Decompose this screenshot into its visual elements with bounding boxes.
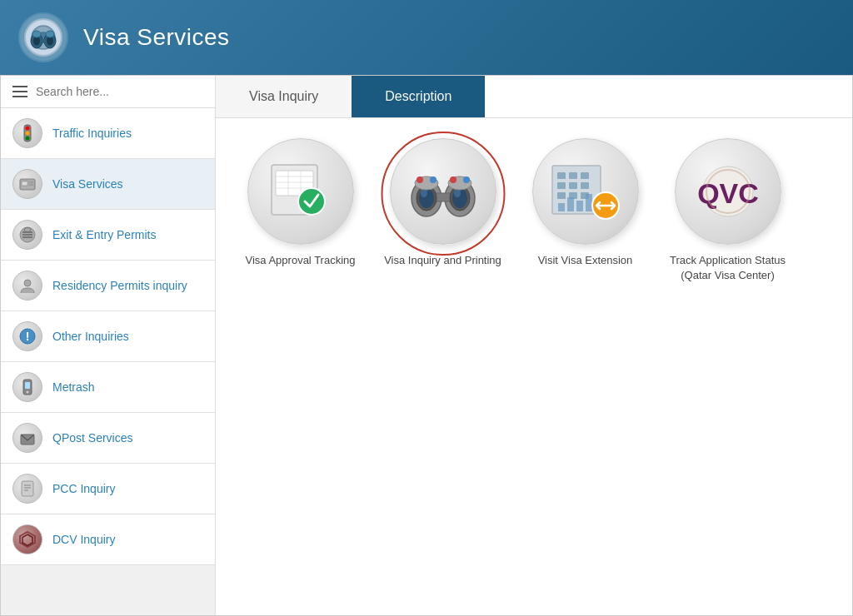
visa-inquiry-printing-icon	[390, 138, 496, 245]
svg-rect-66	[557, 182, 566, 189]
tab-description[interactable]: Description	[352, 76, 485, 117]
service-card-visit-visa-extension[interactable]: Visit Visa Extension	[521, 138, 650, 283]
svg-rect-74	[576, 201, 583, 211]
sidebar-item-dcv-inquiry[interactable]: DCV Inquiry	[1, 514, 215, 565]
traffic-inquiries-icon	[12, 118, 42, 148]
svg-point-59	[430, 176, 436, 183]
visa-services-icon	[12, 169, 42, 199]
svg-rect-63	[557, 172, 566, 179]
track-application-status-icon: QVC	[675, 138, 781, 245]
sidebar-item-label: Exit & Entry Permits	[52, 228, 156, 241]
residency-permits-icon	[12, 271, 42, 301]
svg-point-50	[417, 186, 436, 211]
svg-point-11	[46, 31, 54, 37]
svg-rect-73	[567, 197, 574, 211]
app-header: Visa Services	[0, 0, 853, 75]
svg-point-55	[454, 189, 461, 197]
sidebar-item-label: PCC Inquiry	[52, 482, 115, 495]
sidebar-item-qpost-services[interactable]: QPost Services	[1, 413, 215, 464]
svg-point-56	[415, 176, 438, 190]
svg-point-57	[448, 176, 471, 190]
svg-marker-38	[22, 534, 32, 546]
svg-rect-17	[22, 181, 27, 186]
sidebar-item-label: Metrash	[52, 380, 95, 394]
sidebar-item-metrash[interactable]: Metrash	[1, 362, 215, 413]
svg-point-46	[298, 188, 325, 215]
svg-rect-68	[581, 182, 589, 189]
svg-point-47	[412, 180, 441, 216]
sidebar-item-exit-entry-permits[interactable]: Exit & Entry Permits	[1, 210, 215, 261]
svg-point-30	[27, 391, 29, 394]
search-bar[interactable]	[1, 76, 215, 108]
metrash-icon	[12, 372, 42, 402]
svg-point-14	[26, 132, 30, 136]
sidebar-item-other-inquiries[interactable]: ! Other Inquiries	[1, 311, 215, 362]
sidebar-item-label: Traffic Inquiries	[52, 127, 132, 140]
sidebar-item-visa-services[interactable]: Visa Services	[1, 159, 215, 210]
tab-bar: Visa Inquiry Description	[216, 76, 852, 118]
sidebar-item-traffic-inquiries[interactable]: Traffic Inquiries	[1, 108, 215, 159]
visit-visa-extension-icon	[532, 138, 639, 245]
service-card-track-application-status[interactable]: QVC Track Application Status (Qatar Visa…	[663, 138, 792, 283]
service-card-visa-approval-tracking[interactable]: Visa Approval Tracking	[236, 138, 365, 283]
service-card-visa-inquiry-printing[interactable]: Visa Inquiry and Printing	[378, 138, 507, 283]
svg-rect-31	[25, 382, 30, 389]
dcv-inquiry-icon	[12, 524, 42, 554]
exit-entry-permits-icon	[12, 220, 42, 250]
svg-point-10	[32, 31, 41, 37]
svg-rect-9	[41, 39, 46, 42]
svg-point-58	[417, 176, 423, 183]
app-title: Visa Services	[83, 24, 230, 51]
visa-approval-tracking-icon	[247, 138, 354, 245]
svg-point-51	[450, 186, 470, 211]
hamburger-icon[interactable]	[11, 84, 29, 99]
svg-rect-67	[569, 182, 577, 189]
main-container: Traffic Inquiries Visa Services	[0, 75, 853, 616]
svg-point-26	[24, 280, 31, 286]
sidebar-item-pcc-inquiry[interactable]: PCC Inquiry	[1, 464, 215, 514]
svg-point-13	[26, 127, 30, 131]
svg-rect-65	[581, 172, 589, 179]
svg-point-61	[463, 176, 470, 183]
service-grid: Visa Approval Tracking	[216, 118, 852, 303]
header-logo	[17, 11, 70, 64]
service-card-label: Visit Visa Extension	[538, 253, 633, 268]
svg-rect-75	[586, 194, 592, 211]
content-area: Visa Inquiry Description	[216, 76, 852, 615]
qpost-services-icon	[12, 423, 42, 453]
sidebar-item-label: Visa Services	[52, 177, 123, 191]
svg-point-53	[452, 188, 467, 208]
other-inquiries-icon: !	[12, 321, 42, 351]
svg-point-15	[26, 137, 30, 141]
tab-visa-inquiry[interactable]: Visa Inquiry	[216, 76, 352, 117]
sidebar: Traffic Inquiries Visa Services	[1, 76, 216, 615]
sidebar-item-label: Other Inquiries	[52, 330, 129, 343]
search-input[interactable]	[36, 85, 205, 98]
sidebar-item-label: Residency Permits inquiry	[52, 279, 187, 292]
svg-text:!: !	[26, 330, 30, 343]
svg-point-52	[419, 188, 434, 208]
pcc-inquiry-icon	[12, 474, 42, 504]
svg-rect-33	[22, 481, 33, 496]
service-card-label: Visa Approval Tracking	[246, 253, 356, 268]
svg-point-54	[421, 189, 427, 197]
sidebar-item-label: DCV Inquiry	[52, 533, 115, 546]
service-card-label: Visa Inquiry and Printing	[384, 253, 501, 268]
sidebar-item-residency-permits[interactable]: Residency Permits inquiry	[1, 261, 215, 311]
svg-rect-49	[435, 193, 451, 201]
svg-rect-69	[557, 192, 566, 199]
svg-point-60	[450, 176, 456, 183]
svg-point-48	[445, 180, 475, 216]
svg-rect-64	[569, 172, 577, 179]
sidebar-item-label: QPost Services	[52, 431, 132, 445]
service-card-label: Track Application Status (Qatar Visa Cen…	[663, 253, 792, 283]
svg-rect-72	[558, 203, 565, 211]
